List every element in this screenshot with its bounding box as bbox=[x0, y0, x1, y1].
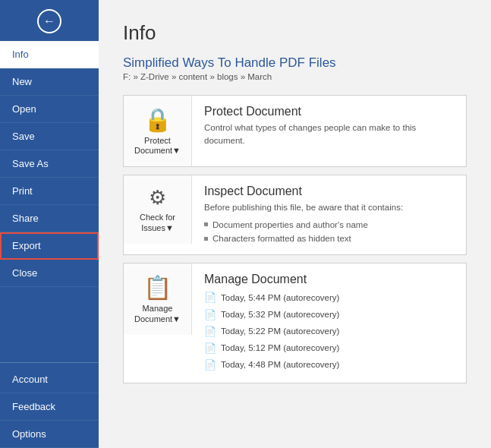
doc-file-icon: 📄 bbox=[204, 357, 216, 374]
sidebar-item-export[interactable]: Export bbox=[0, 232, 99, 260]
doc-entry-3: 📄Today, 5:22 PM (autorecovery) bbox=[204, 323, 454, 340]
doc-entry-5: 📄Today, 4:48 PM (autorecovery) bbox=[204, 357, 454, 374]
sidebar-item-new[interactable]: New bbox=[0, 68, 99, 96]
doc-entry-1: 📄Today, 5:44 PM (autorecovery) bbox=[204, 289, 454, 306]
protect-document-button[interactable]: 🔒 ProtectDocument▼ bbox=[124, 96, 192, 166]
bullet-icon bbox=[204, 237, 208, 241]
sidebar-item-open[interactable]: Open bbox=[0, 96, 99, 123]
doc-entry-4: 📄Today, 5:12 PM (autorecovery) bbox=[204, 340, 454, 357]
inspect-icon-label: Check forIssues▼ bbox=[140, 213, 175, 232]
manage-document-card: 📋 ManageDocument▼ Manage Document 📄Today… bbox=[123, 263, 467, 383]
sidebar-bottom: Account Feedback Options bbox=[0, 362, 99, 448]
protect-card-content: Protect Document Control what types of c… bbox=[192, 96, 466, 157]
manage-document-button[interactable]: 📋 ManageDocument▼ bbox=[124, 263, 192, 334]
doc-entry-2: 📄Today, 5:32 PM (autorecovery) bbox=[204, 307, 454, 323]
sidebar-item-save-as[interactable]: Save As bbox=[0, 150, 99, 178]
back-arrow-icon: ← bbox=[37, 9, 61, 33]
manage-card-title: Manage Document bbox=[204, 273, 454, 286]
sidebar: ← Info New Open Save Save As Print Share… bbox=[0, 0, 99, 448]
page-title: Info bbox=[123, 21, 467, 45]
document-path: F: » Z-Drive » content » blogs » March bbox=[123, 72, 467, 81]
inspect-card-desc: Before publishing this file, be aware th… bbox=[204, 201, 454, 214]
lock-icon: 🔒 bbox=[143, 106, 172, 133]
inspect-card-content: Inspect Document Before publishing this … bbox=[192, 175, 466, 254]
document-title: Simplified Ways To Handle PDF Files bbox=[123, 55, 467, 71]
doc-file-icon: 📄 bbox=[204, 289, 216, 306]
sidebar-item-info[interactable]: Info bbox=[0, 41, 99, 68]
sidebar-item-options[interactable]: Options bbox=[0, 421, 99, 448]
inspect-list-item-1: Document properties and author's name bbox=[204, 218, 454, 232]
inspect-card-title: Inspect Document bbox=[204, 185, 454, 198]
protect-card-desc: Control what types of changes people can… bbox=[204, 121, 454, 148]
manage-icon-label: ManageDocument▼ bbox=[134, 304, 181, 323]
sidebar-item-save[interactable]: Save bbox=[0, 123, 99, 150]
sidebar-item-print[interactable]: Print bbox=[0, 178, 99, 205]
sidebar-item-account[interactable]: Account bbox=[0, 366, 99, 393]
doc-file-icon: 📄 bbox=[204, 307, 216, 323]
protect-card-title: Protect Document bbox=[204, 105, 454, 118]
protect-document-card: 🔒 ProtectDocument▼ Protect Document Cont… bbox=[123, 95, 467, 167]
sidebar-item-close[interactable]: Close bbox=[0, 260, 99, 287]
inspect-icon: ⚙ bbox=[149, 186, 166, 210]
bullet-icon bbox=[204, 222, 208, 226]
manage-card-content: Manage Document 📄Today, 5:44 PM (autorec… bbox=[192, 263, 466, 382]
doc-file-icon: 📄 bbox=[204, 323, 216, 340]
manage-icon: 📋 bbox=[143, 274, 172, 301]
sidebar-item-feedback[interactable]: Feedback bbox=[0, 393, 99, 421]
protect-icon-label: ProtectDocument▼ bbox=[134, 136, 181, 156]
back-button[interactable]: ← bbox=[0, 0, 99, 41]
sidebar-item-share[interactable]: Share bbox=[0, 205, 99, 232]
inspect-card-list: Document properties and author's name Ch… bbox=[204, 218, 454, 246]
sidebar-nav: Info New Open Save Save As Print Share E… bbox=[0, 41, 99, 362]
doc-file-icon: 📄 bbox=[204, 340, 216, 357]
check-for-issues-button[interactable]: ⚙ Check forIssues▼ bbox=[124, 175, 192, 243]
main-content: Info Simplified Ways To Handle PDF Files… bbox=[99, 0, 491, 448]
inspect-document-card: ⚙ Check forIssues▼ Inspect Document Befo… bbox=[123, 175, 467, 255]
inspect-list-item-2: Characters formatted as hidden text bbox=[204, 232, 454, 245]
